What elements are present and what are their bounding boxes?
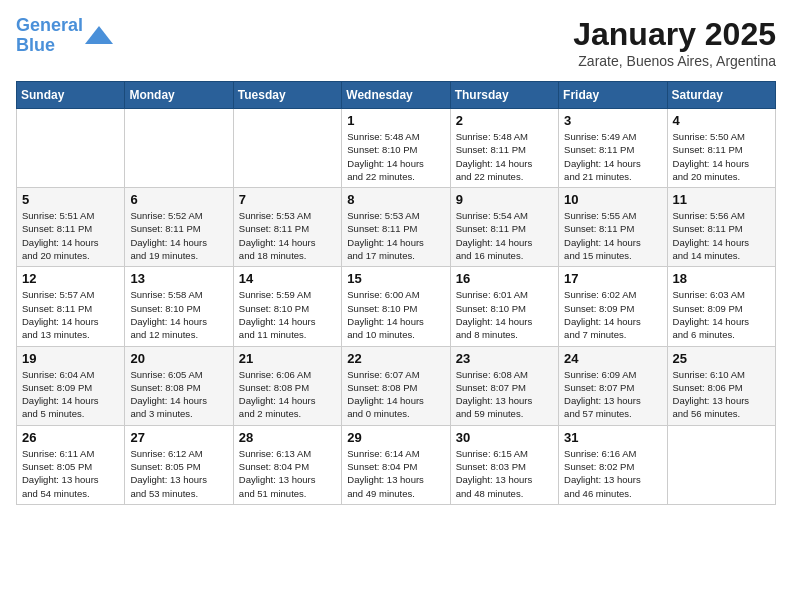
day-number: 30 [456,430,553,445]
calendar-cell: 19Sunrise: 6:04 AM Sunset: 8:09 PM Dayli… [17,346,125,425]
day-number: 27 [130,430,227,445]
calendar-week-row: 19Sunrise: 6:04 AM Sunset: 8:09 PM Dayli… [17,346,776,425]
calendar-week-row: 1Sunrise: 5:48 AM Sunset: 8:10 PM Daylig… [17,109,776,188]
calendar-cell: 26Sunrise: 6:11 AM Sunset: 8:05 PM Dayli… [17,425,125,504]
day-number: 5 [22,192,119,207]
calendar-cell: 16Sunrise: 6:01 AM Sunset: 8:10 PM Dayli… [450,267,558,346]
day-info: Sunrise: 6:15 AM Sunset: 8:03 PM Dayligh… [456,447,553,500]
day-number: 31 [564,430,661,445]
calendar-week-row: 26Sunrise: 6:11 AM Sunset: 8:05 PM Dayli… [17,425,776,504]
day-number: 9 [456,192,553,207]
weekday-header: Tuesday [233,82,341,109]
calendar-cell [125,109,233,188]
calendar-cell: 15Sunrise: 6:00 AM Sunset: 8:10 PM Dayli… [342,267,450,346]
day-info: Sunrise: 6:04 AM Sunset: 8:09 PM Dayligh… [22,368,119,421]
day-number: 14 [239,271,336,286]
weekday-header: Wednesday [342,82,450,109]
day-number: 11 [673,192,770,207]
calendar-cell: 6Sunrise: 5:52 AM Sunset: 8:11 PM Daylig… [125,188,233,267]
day-info: Sunrise: 5:55 AM Sunset: 8:11 PM Dayligh… [564,209,661,262]
calendar-cell: 24Sunrise: 6:09 AM Sunset: 8:07 PM Dayli… [559,346,667,425]
calendar-cell [17,109,125,188]
day-number: 13 [130,271,227,286]
day-number: 10 [564,192,661,207]
day-info: Sunrise: 5:53 AM Sunset: 8:11 PM Dayligh… [347,209,444,262]
day-number: 19 [22,351,119,366]
day-info: Sunrise: 6:01 AM Sunset: 8:10 PM Dayligh… [456,288,553,341]
day-info: Sunrise: 6:09 AM Sunset: 8:07 PM Dayligh… [564,368,661,421]
day-info: Sunrise: 6:16 AM Sunset: 8:02 PM Dayligh… [564,447,661,500]
calendar-cell: 29Sunrise: 6:14 AM Sunset: 8:04 PM Dayli… [342,425,450,504]
day-info: Sunrise: 6:11 AM Sunset: 8:05 PM Dayligh… [22,447,119,500]
calendar-cell: 12Sunrise: 5:57 AM Sunset: 8:11 PM Dayli… [17,267,125,346]
day-info: Sunrise: 6:05 AM Sunset: 8:08 PM Dayligh… [130,368,227,421]
calendar-cell: 8Sunrise: 5:53 AM Sunset: 8:11 PM Daylig… [342,188,450,267]
day-number: 7 [239,192,336,207]
month-title: January 2025 [573,16,776,53]
calendar-cell [667,425,775,504]
day-info: Sunrise: 6:02 AM Sunset: 8:09 PM Dayligh… [564,288,661,341]
calendar-cell: 4Sunrise: 5:50 AM Sunset: 8:11 PM Daylig… [667,109,775,188]
day-info: Sunrise: 5:59 AM Sunset: 8:10 PM Dayligh… [239,288,336,341]
day-number: 21 [239,351,336,366]
calendar-cell: 1Sunrise: 5:48 AM Sunset: 8:10 PM Daylig… [342,109,450,188]
page-header: GeneralBlue January 2025 Zarate, Buenos … [16,16,776,69]
calendar-cell: 2Sunrise: 5:48 AM Sunset: 8:11 PM Daylig… [450,109,558,188]
day-number: 12 [22,271,119,286]
calendar-cell: 10Sunrise: 5:55 AM Sunset: 8:11 PM Dayli… [559,188,667,267]
svg-marker-0 [85,26,113,44]
calendar-cell: 3Sunrise: 5:49 AM Sunset: 8:11 PM Daylig… [559,109,667,188]
day-number: 25 [673,351,770,366]
day-info: Sunrise: 5:58 AM Sunset: 8:10 PM Dayligh… [130,288,227,341]
calendar-week-row: 5Sunrise: 5:51 AM Sunset: 8:11 PM Daylig… [17,188,776,267]
day-number: 24 [564,351,661,366]
weekday-header: Thursday [450,82,558,109]
day-info: Sunrise: 6:07 AM Sunset: 8:08 PM Dayligh… [347,368,444,421]
calendar-cell: 17Sunrise: 6:02 AM Sunset: 8:09 PM Dayli… [559,267,667,346]
calendar-week-row: 12Sunrise: 5:57 AM Sunset: 8:11 PM Dayli… [17,267,776,346]
day-number: 29 [347,430,444,445]
day-info: Sunrise: 5:52 AM Sunset: 8:11 PM Dayligh… [130,209,227,262]
calendar-cell: 13Sunrise: 5:58 AM Sunset: 8:10 PM Dayli… [125,267,233,346]
calendar-cell: 21Sunrise: 6:06 AM Sunset: 8:08 PM Dayli… [233,346,341,425]
location-title: Zarate, Buenos Aires, Argentina [573,53,776,69]
weekday-header: Sunday [17,82,125,109]
day-number: 15 [347,271,444,286]
calendar-cell [233,109,341,188]
day-number: 6 [130,192,227,207]
day-number: 20 [130,351,227,366]
day-info: Sunrise: 6:06 AM Sunset: 8:08 PM Dayligh… [239,368,336,421]
calendar-cell: 23Sunrise: 6:08 AM Sunset: 8:07 PM Dayli… [450,346,558,425]
calendar-cell: 27Sunrise: 6:12 AM Sunset: 8:05 PM Dayli… [125,425,233,504]
day-info: Sunrise: 6:08 AM Sunset: 8:07 PM Dayligh… [456,368,553,421]
day-info: Sunrise: 6:00 AM Sunset: 8:10 PM Dayligh… [347,288,444,341]
calendar-cell: 28Sunrise: 6:13 AM Sunset: 8:04 PM Dayli… [233,425,341,504]
logo-text: GeneralBlue [16,16,83,56]
weekday-header: Saturday [667,82,775,109]
day-number: 18 [673,271,770,286]
day-info: Sunrise: 6:12 AM Sunset: 8:05 PM Dayligh… [130,447,227,500]
calendar-table: SundayMondayTuesdayWednesdayThursdayFrid… [16,81,776,505]
calendar-cell: 31Sunrise: 6:16 AM Sunset: 8:02 PM Dayli… [559,425,667,504]
calendar-cell: 25Sunrise: 6:10 AM Sunset: 8:06 PM Dayli… [667,346,775,425]
logo-icon [85,22,113,50]
title-block: January 2025 Zarate, Buenos Aires, Argen… [573,16,776,69]
calendar-cell: 5Sunrise: 5:51 AM Sunset: 8:11 PM Daylig… [17,188,125,267]
day-number: 3 [564,113,661,128]
day-info: Sunrise: 5:50 AM Sunset: 8:11 PM Dayligh… [673,130,770,183]
day-info: Sunrise: 5:54 AM Sunset: 8:11 PM Dayligh… [456,209,553,262]
day-info: Sunrise: 6:03 AM Sunset: 8:09 PM Dayligh… [673,288,770,341]
day-number: 4 [673,113,770,128]
day-number: 8 [347,192,444,207]
day-info: Sunrise: 5:48 AM Sunset: 8:11 PM Dayligh… [456,130,553,183]
calendar-cell: 14Sunrise: 5:59 AM Sunset: 8:10 PM Dayli… [233,267,341,346]
day-number: 17 [564,271,661,286]
day-info: Sunrise: 5:53 AM Sunset: 8:11 PM Dayligh… [239,209,336,262]
calendar-cell: 9Sunrise: 5:54 AM Sunset: 8:11 PM Daylig… [450,188,558,267]
day-number: 23 [456,351,553,366]
weekday-header: Monday [125,82,233,109]
calendar-cell: 7Sunrise: 5:53 AM Sunset: 8:11 PM Daylig… [233,188,341,267]
day-number: 22 [347,351,444,366]
day-info: Sunrise: 5:57 AM Sunset: 8:11 PM Dayligh… [22,288,119,341]
day-number: 28 [239,430,336,445]
